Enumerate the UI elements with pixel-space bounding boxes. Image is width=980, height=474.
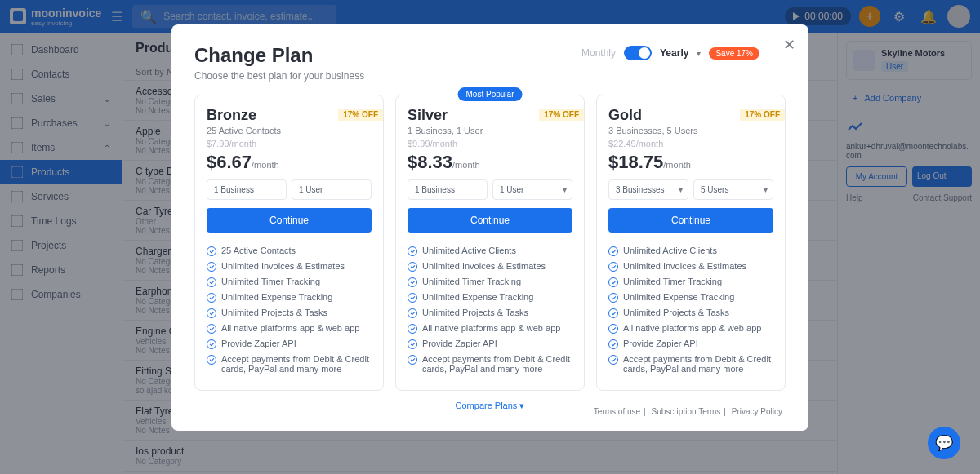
billing-switch[interactable] — [624, 46, 652, 60]
yearly-label[interactable]: Yearly — [660, 47, 688, 59]
check-icon — [608, 277, 618, 287]
check-icon — [408, 324, 417, 334]
plan-silver: Most Popular17% OFFSilver1 Business, 1 U… — [395, 95, 585, 391]
check-icon — [608, 308, 618, 318]
user-select[interactable]: 1 User — [292, 179, 372, 200]
modal-subtitle: Choose the best plan for your business — [194, 70, 786, 82]
feature-item: All native platforms app & web app — [408, 323, 572, 334]
user-select[interactable]: 1 User — [492, 179, 572, 200]
continue-button[interactable]: Continue — [207, 208, 372, 233]
plans-row: 17% OFFBronze25 Active Contacts$7.99/mon… — [194, 95, 786, 391]
feature-item: Unlimited Timer Tracking — [207, 277, 372, 287]
check-icon — [408, 246, 417, 256]
discount-badge: 17% OFF — [539, 109, 584, 121]
feature-item: Accept payments from Debit & Credit card… — [408, 354, 572, 374]
check-icon — [608, 262, 618, 272]
check-icon — [207, 308, 216, 318]
feature-item: Provide Zapier API — [408, 339, 572, 349]
feature-item: Unlimited Invoices & Estimates — [408, 261, 572, 272]
check-icon — [408, 339, 417, 349]
feature-item: All native platforms app & web app — [608, 323, 773, 334]
business-select[interactable]: 3 Businesses — [608, 179, 688, 200]
popular-badge: Most Popular — [458, 87, 523, 101]
business-select[interactable]: 1 Business — [408, 179, 488, 200]
plan-old-price: $22.49/month — [608, 139, 773, 148]
feature-item: Unlimited Invoices & Estimates — [207, 261, 372, 272]
business-select[interactable]: 1 Business — [207, 179, 287, 200]
feature-item: Unlimited Invoices & Estimates — [608, 261, 773, 272]
continue-button[interactable]: Continue — [608, 208, 773, 233]
feature-item: All native platforms app & web app — [207, 323, 372, 334]
check-icon — [408, 308, 417, 318]
plan-gold: 17% OFFGold3 Businesses, 5 Users$22.49/m… — [596, 95, 786, 391]
plan-price: $8.33/month — [408, 152, 572, 173]
chevron-down-icon: ▾ — [697, 49, 701, 58]
modal-overlay: ✕ Change Plan Choose the best plan for y… — [0, 0, 980, 474]
feature-item: Provide Zapier API — [608, 339, 773, 349]
check-icon — [408, 277, 417, 287]
check-icon — [207, 262, 216, 272]
check-icon — [207, 277, 216, 287]
feature-item: 25 Active Contacts — [207, 246, 372, 256]
plan-desc: 25 Active Contacts — [207, 126, 372, 135]
close-icon[interactable]: ✕ — [783, 36, 795, 54]
feature-item: Unlimited Expense Tracking — [207, 292, 372, 303]
change-plan-modal: ✕ Change Plan Choose the best plan for y… — [172, 24, 808, 431]
feature-item: Unlimited Active Clients — [608, 246, 773, 256]
check-icon — [408, 293, 417, 303]
plan-price: $18.75/month — [608, 152, 773, 173]
plan-desc: 1 Business, 1 User — [408, 126, 572, 135]
plan-bronze: 17% OFFBronze25 Active Contacts$7.99/mon… — [194, 95, 384, 391]
check-icon — [207, 324, 216, 334]
check-icon — [207, 355, 216, 365]
feature-item: Unlimited Projects & Tasks — [608, 308, 773, 318]
discount-badge: 17% OFF — [740, 109, 785, 121]
plan-price: $6.67/month — [207, 152, 372, 173]
check-icon — [207, 293, 216, 303]
plan-desc: 3 Businesses, 5 Users — [608, 126, 773, 135]
feature-item: Unlimited Expense Tracking — [608, 292, 773, 303]
terms-link[interactable]: Terms of use — [594, 407, 640, 416]
chevron-down-icon: ▾ — [519, 401, 524, 410]
billing-toggle: Monthly Yearly ▾ Save 17% — [581, 46, 760, 60]
check-icon — [608, 246, 618, 256]
plan-old-price: $7.99/month — [207, 139, 372, 148]
feature-item: Unlimited Active Clients — [408, 246, 572, 256]
check-icon — [608, 339, 618, 349]
feature-item: Unlimited Expense Tracking — [408, 292, 572, 303]
feature-item: Unlimited Projects & Tasks — [408, 308, 572, 318]
check-icon — [608, 324, 618, 334]
check-icon — [207, 246, 216, 256]
monthly-label[interactable]: Monthly — [581, 47, 616, 59]
check-icon — [207, 339, 216, 349]
discount-badge: 17% OFF — [338, 109, 383, 121]
continue-button[interactable]: Continue — [408, 208, 572, 233]
check-icon — [608, 293, 618, 303]
plan-old-price: $9.99/month — [408, 139, 572, 148]
subscription-terms-link[interactable]: Subscription Terms — [652, 407, 721, 416]
feature-item: Provide Zapier API — [207, 339, 372, 349]
feature-item: Unlimited Timer Tracking — [608, 277, 773, 287]
check-icon — [608, 355, 618, 365]
check-icon — [408, 355, 417, 365]
feature-item: Unlimited Projects & Tasks — [207, 308, 372, 318]
feature-item: Accept payments from Debit & Credit card… — [608, 354, 773, 374]
footer-links: Terms of use| Subscription Terms| Privac… — [590, 407, 786, 416]
privacy-link[interactable]: Privacy Policy — [732, 407, 782, 416]
save-badge: Save 17% — [709, 47, 760, 60]
chat-icon[interactable]: 💬 — [928, 427, 960, 459]
user-select[interactable]: 5 Users — [693, 179, 773, 200]
feature-item: Accept payments from Debit & Credit card… — [207, 354, 372, 374]
feature-item: Unlimited Timer Tracking — [408, 277, 572, 287]
check-icon — [408, 262, 417, 272]
compare-plans-link[interactable]: Compare Plans ▾ — [456, 401, 525, 411]
